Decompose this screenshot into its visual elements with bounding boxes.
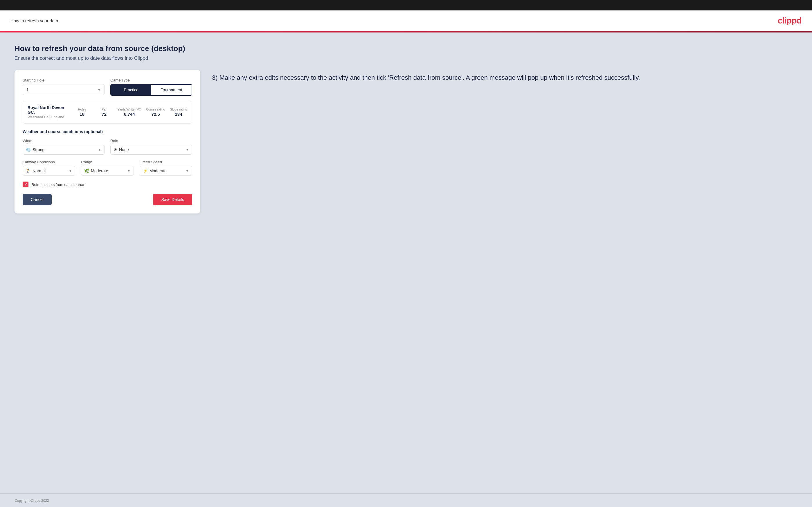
practice-button[interactable]: Practice xyxy=(111,85,151,95)
fairway-icon: 🏌 xyxy=(26,169,31,173)
slope-label: Slope rating xyxy=(170,108,187,111)
holes-value: 18 xyxy=(80,112,85,117)
rough-arrow-icon: ▼ xyxy=(127,169,131,173)
rain-value-display: ☀ None xyxy=(113,147,129,152)
green-speed-group: Green Speed ⚡ Moderate ▼ xyxy=(140,160,192,176)
starting-hole-group: Starting Hole 1▼ ▼ xyxy=(22,78,104,96)
starting-hole-select[interactable]: 1▼ xyxy=(22,84,104,95)
game-type-group: Game Type Practice Tournament xyxy=(110,78,192,96)
refresh-checkbox-row[interactable]: Refresh shots from data source xyxy=(22,181,192,187)
page-subheading: Ensure the correct and most up to date d… xyxy=(14,55,798,61)
course-name: Royal North Devon GC, xyxy=(28,105,69,115)
rain-label: Rain xyxy=(110,138,192,143)
yards-value: 6,744 xyxy=(124,112,135,117)
rain-arrow-icon: ▼ xyxy=(186,148,189,152)
rough-label: Rough xyxy=(81,160,134,164)
fairway-label: Fairway Conditions xyxy=(22,160,75,164)
footer: Copyright Clippd 2022 xyxy=(0,493,812,507)
green-speed-arrow-icon: ▼ xyxy=(186,169,189,173)
green-speed-select[interactable]: ⚡ Moderate ▼ xyxy=(140,166,192,176)
wind-select[interactable]: 💨 Strong ▼ xyxy=(22,145,104,155)
wind-arrow-icon: ▼ xyxy=(98,148,101,152)
tournament-button[interactable]: Tournament xyxy=(151,85,192,95)
save-details-button[interactable]: Save Details xyxy=(153,194,192,205)
wind-rain-row: Wind 💨 Strong ▼ Rain ☀ None xyxy=(22,138,192,155)
rough-value-display: 🌿 Moderate xyxy=(84,169,108,173)
content-row: Starting Hole 1▼ ▼ Game Type Practice To… xyxy=(14,70,798,214)
starting-hole-label: Starting Hole xyxy=(22,78,104,82)
action-row: Cancel Save Details xyxy=(22,194,192,205)
top-bar xyxy=(0,0,812,10)
page-heading: How to refresh your data from source (de… xyxy=(14,44,798,53)
course-holes: Holes 18 xyxy=(73,108,91,117)
green-speed-label: Green Speed xyxy=(140,160,192,164)
course-rating: Course rating 72.5 xyxy=(146,108,165,117)
slope-rating: Slope rating 134 xyxy=(170,108,187,117)
game-type-label: Game Type xyxy=(110,78,192,82)
description-text: 3) Make any extra edits necessary to the… xyxy=(212,73,798,82)
course-rating-value: 72.5 xyxy=(151,112,160,117)
rough-group: Rough 🌿 Moderate ▼ xyxy=(81,160,134,176)
course-par: Par 72 xyxy=(96,108,113,117)
wind-value-display: 💨 Strong xyxy=(26,147,44,152)
cancel-button[interactable]: Cancel xyxy=(22,194,52,205)
starting-hole-select-wrapper[interactable]: 1▼ ▼ xyxy=(22,84,104,95)
form-card: Starting Hole 1▼ ▼ Game Type Practice To… xyxy=(14,70,200,214)
refresh-checkbox-label: Refresh shots from data source xyxy=(31,182,84,187)
page-breadcrumb: How to refresh your data xyxy=(10,18,58,23)
rain-select[interactable]: ☀ None ▼ xyxy=(110,145,192,155)
copyright: Copyright Clippd 2022 xyxy=(14,499,49,503)
slope-value: 134 xyxy=(175,112,182,117)
top-form-row: Starting Hole 1▼ ▼ Game Type Practice To… xyxy=(22,78,192,96)
fairway-arrow-icon: ▼ xyxy=(68,169,72,173)
wind-icon: 💨 xyxy=(26,147,31,152)
par-value: 72 xyxy=(102,112,107,117)
rough-icon: 🌿 xyxy=(84,169,89,173)
course-location: Westward Ho!, England xyxy=(28,115,69,119)
par-label: Par xyxy=(96,108,113,111)
course-rating-label: Course rating xyxy=(146,108,165,111)
fairway-select[interactable]: 🏌 Normal ▼ xyxy=(22,166,75,176)
course-row: Royal North Devon GC, Westward Ho!, Engl… xyxy=(22,101,192,123)
holes-label: Holes xyxy=(73,108,91,111)
conditions-row2: Fairway Conditions 🏌 Normal ▼ Rough 🌿 xyxy=(22,160,192,176)
course-yards: Yards/White (M)) 6,744 xyxy=(117,108,141,117)
logo: clippd xyxy=(778,16,802,25)
green-speed-value-display: ⚡ Moderate xyxy=(143,169,167,173)
green-speed-icon: ⚡ xyxy=(143,169,148,173)
yards-label: Yards/White (M)) xyxy=(117,108,141,111)
fairway-value-display: 🏌 Normal xyxy=(26,169,46,173)
main-content: How to refresh your data from source (de… xyxy=(0,33,812,493)
refresh-checkbox[interactable] xyxy=(22,181,29,187)
rain-icon: ☀ xyxy=(113,147,117,152)
course-name-block: Royal North Devon GC, Westward Ho!, Engl… xyxy=(28,105,69,119)
rain-group: Rain ☀ None ▼ xyxy=(110,138,192,155)
fairway-group: Fairway Conditions 🏌 Normal ▼ xyxy=(22,160,75,176)
rough-select[interactable]: 🌿 Moderate ▼ xyxy=(81,166,134,176)
header: How to refresh your data clippd xyxy=(0,10,812,31)
wind-group: Wind 💨 Strong ▼ xyxy=(22,138,104,155)
wind-label: Wind xyxy=(22,138,104,143)
conditions-title: Weather and course conditions (optional) xyxy=(22,129,192,134)
game-type-toggle: Practice Tournament xyxy=(110,84,192,96)
description-panel: 3) Make any extra edits necessary to the… xyxy=(212,70,798,82)
